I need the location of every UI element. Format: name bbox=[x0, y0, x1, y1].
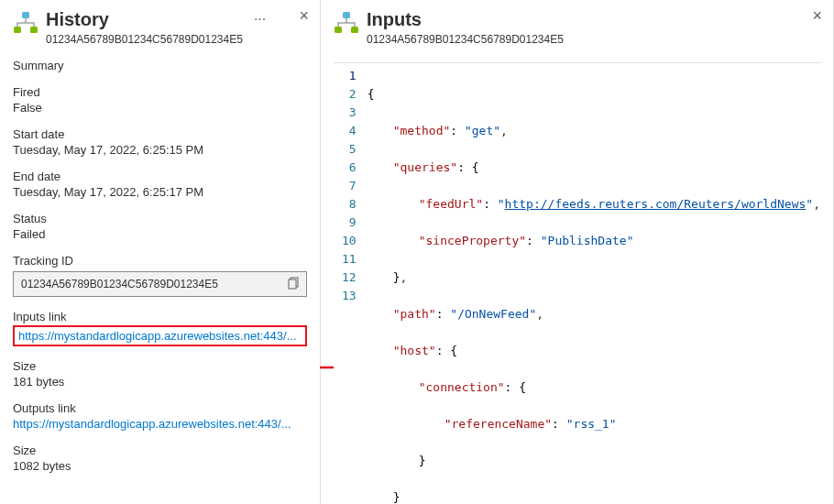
fired-label: Fired bbox=[13, 85, 307, 99]
tracking-id-label: Tracking ID bbox=[13, 254, 307, 268]
json-editor[interactable]: 12345678910111213 { "method": "get", "qu… bbox=[334, 62, 820, 504]
fired-value: False bbox=[13, 101, 307, 115]
code-since-property: PublishDate bbox=[548, 234, 627, 247]
inputs-title: Inputs bbox=[367, 7, 564, 31]
inputs-size-value: 181 bytes bbox=[13, 375, 307, 389]
line-gutter: 12345678910111213 bbox=[334, 63, 368, 504]
inputs-id: 01234A56789B01234C56789D01234E5 bbox=[367, 33, 564, 46]
svg-rect-4 bbox=[289, 279, 296, 289]
inputs-link-label: Inputs link bbox=[13, 310, 307, 323]
code-area[interactable]: { "method": "get", "queries": { "feedUrl… bbox=[368, 63, 820, 504]
code-method: get bbox=[472, 124, 493, 137]
close-icon[interactable]: × bbox=[299, 7, 309, 24]
svg-rect-2 bbox=[30, 27, 38, 33]
history-title-row: History 01234A56789B01234C56789D01234E5 … bbox=[13, 7, 307, 46]
history-panel: × History 01234A56789B01234C56789D01234E… bbox=[0, 0, 321, 504]
svg-rect-8 bbox=[335, 27, 342, 33]
code-path: /OnNewFeed bbox=[457, 307, 529, 321]
logic-app-icon bbox=[334, 11, 359, 37]
close-icon[interactable]: × bbox=[812, 7, 822, 24]
history-title: History bbox=[46, 7, 243, 31]
summary-label: Summary bbox=[13, 59, 307, 72]
copy-icon[interactable] bbox=[288, 277, 301, 292]
end-date-label: End date bbox=[13, 170, 307, 183]
history-id: 01234A56789B01234C56789D01234E5 bbox=[46, 33, 243, 46]
inputs-title-row: Inputs 01234A56789B01234C56789D01234E5 bbox=[334, 7, 820, 46]
code-reference-name: rss_1 bbox=[574, 417, 609, 431]
outputs-size-label: Size bbox=[13, 444, 307, 457]
tracking-id-field: 01234A56789B01234C56789D01234E5 bbox=[13, 271, 307, 297]
tracking-id-value: 01234A56789B01234C56789D01234E5 bbox=[21, 278, 218, 290]
inputs-size-label: Size bbox=[13, 359, 307, 373]
status-value: Failed bbox=[13, 227, 307, 241]
svg-rect-0 bbox=[22, 12, 29, 18]
svg-rect-9 bbox=[351, 27, 358, 33]
start-date-value: Tuesday, May 17, 2022, 6:25:15 PM bbox=[13, 143, 307, 157]
start-date-label: Start date bbox=[13, 127, 307, 141]
svg-rect-7 bbox=[343, 12, 350, 18]
end-date-value: Tuesday, May 17, 2022, 6:25:17 PM bbox=[13, 185, 307, 199]
status-label: Status bbox=[13, 212, 307, 225]
inputs-link[interactable]: https://mystandardlogicapp.azurewebsites… bbox=[18, 329, 302, 343]
inputs-panel: × Inputs 01234A56789B01234C56789D01234E5… bbox=[321, 0, 834, 504]
outputs-link-label: Outputs link bbox=[13, 401, 307, 415]
more-icon[interactable]: ··· bbox=[250, 11, 269, 27]
logic-app-icon bbox=[13, 11, 38, 37]
outputs-link[interactable]: https://mystandardlogicapp.azurewebsites… bbox=[13, 417, 307, 431]
svg-rect-1 bbox=[14, 27, 21, 33]
code-feed-url[interactable]: http://feeds.reuters.com/Reuters/worldNe… bbox=[505, 197, 807, 211]
inputs-link-highlight: https://mystandardlogicapp.azurewebsites… bbox=[13, 325, 307, 346]
outputs-size-value: 1082 bytes bbox=[13, 459, 307, 473]
